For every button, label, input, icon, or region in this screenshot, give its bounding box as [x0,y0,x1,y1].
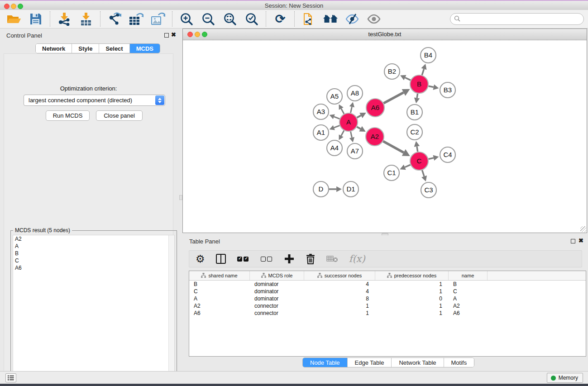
column-header-name[interactable]: name [449,271,488,280]
edge-A-A1[interactable] [334,125,340,128]
node-label-A5: A5 [330,92,339,100]
edge-A-A8[interactable] [350,107,352,113]
zoom-in-icon[interactable] [179,11,194,27]
edge-A-A6[interactable] [357,115,361,118]
table-row[interactable]: A6connector11A6 [189,310,586,317]
run-mcds-button[interactable]: Run MCDS [46,110,90,121]
unselect-all-columns-icon[interactable] [260,252,273,266]
result-list-scrollbar[interactable] [168,235,174,384]
window-resize-grip[interactable] [580,226,586,232]
column-header-successor-nodes[interactable]: successor nodes [304,271,375,280]
table-tab-node-table[interactable]: Node Table [303,358,348,367]
table-row[interactable]: Adominator80A [189,295,586,302]
open-session-icon[interactable] [6,11,22,27]
edge-A-A5[interactable] [341,109,344,114]
control-panel-title: Control Panel [6,32,42,39]
table-row[interactable]: A2connector11A2 [189,302,586,310]
refresh-icon[interactable]: ⟳ [272,11,288,27]
export-network-icon[interactable] [107,11,122,27]
edge-C-C1[interactable] [405,165,410,167]
node-table[interactable]: shared nameMCDS rolesuccessor nodesprede… [189,271,586,357]
edge-B-B2[interactable] [405,77,411,80]
close-table-panel-icon[interactable]: ✖ [578,237,583,244]
table-row[interactable]: Bdominator41B [189,281,586,288]
export-image-icon[interactable] [150,11,166,27]
table-cell: B [449,281,488,288]
float-panel-icon[interactable] [164,33,169,38]
edge-A-A3[interactable] [334,117,340,119]
network-window-title: testGlobe.txt [183,31,587,38]
table-tab-motifs[interactable]: Motifs [444,358,474,367]
edge-B-B1[interactable] [417,94,418,98]
zoom-fit-icon[interactable] [222,11,238,27]
table-tab-edge-table[interactable]: Edge Table [348,358,392,367]
network-window-titlebar[interactable]: testGlobe.txt [183,29,587,40]
edge-C-C2[interactable] [417,146,418,152]
function-builder-icon[interactable]: f(x) [349,252,365,266]
hierarchy-icon [317,273,322,279]
table-tab-network-table[interactable]: Network Table [392,358,444,367]
hide-show-panels-icon[interactable] [344,11,360,27]
mcds-panel: Optimization criterion: largest connecte… [4,53,173,386]
result-list-item[interactable]: A2 [13,235,174,243]
add-column-icon[interactable] [284,252,295,266]
table-cell: A2 [189,302,250,310]
edge-B-B3[interactable] [429,86,434,87]
close-panel-button[interactable]: Close panel [96,110,143,121]
column-header-shared-name[interactable]: shared name [189,271,250,280]
table-cell: C [189,288,250,295]
tab-network[interactable]: Network [36,44,72,53]
delete-column-trash-icon[interactable] [306,252,316,266]
edge-C-C4[interactable] [428,158,433,159]
result-list-item[interactable]: C [13,257,174,264]
delete-table-icon[interactable] [326,252,338,266]
criterion-dropdown[interactable]: largest connected component (directed) [24,95,165,106]
import-network-icon[interactable] [57,11,72,27]
mcds-result-list[interactable]: A2ABCA6 [13,235,175,384]
tab-style[interactable]: Style [72,44,99,53]
edge-C-C3[interactable] [422,170,425,176]
tab-select[interactable]: Select [99,44,129,53]
select-all-columns-icon[interactable] [237,252,249,266]
splitter-grip[interactable] [179,195,182,200]
save-session-icon[interactable] [28,11,43,27]
home-icon[interactable] [323,11,338,27]
task-history-button[interactable] [5,373,16,382]
edge-A6-B[interactable] [384,92,404,103]
import-table-icon[interactable] [78,11,94,27]
table-cell: dominator [250,295,304,302]
search-input[interactable] [450,13,584,25]
show-panel-eye-icon[interactable] [366,11,382,27]
float-table-panel-icon[interactable] [571,239,575,243]
zoom-selected-icon[interactable] [244,11,259,27]
column-header-MCDS-role[interactable]: MCDS role [250,271,304,280]
edge-arrowhead [414,141,420,147]
network-canvas[interactable]: AA1A2A3A4A5A6A7A8BB1B2B3B4CC1C2C3C4DD1 [183,40,587,233]
network-graph[interactable]: AA1A2A3A4A5A6A7A8BB1B2B3B4CC1C2C3C4DD1 [183,40,587,233]
edge-A-A4[interactable] [341,130,344,135]
table-row[interactable]: Cdominator41C [189,288,586,295]
edge-A-A2[interactable] [357,127,360,129]
show-columns-icon[interactable] [216,252,226,266]
close-panel-icon[interactable]: ✖ [171,31,176,38]
result-list-item[interactable]: A6 [13,264,174,272]
table-settings-gear-icon[interactable]: ⚙ [196,252,205,266]
export-table-icon[interactable] [129,11,144,27]
result-list-item[interactable]: B [13,250,174,257]
network-view-window: testGlobe.txt AA1A2A3A4A5A6A7A8BB1B2B3B4… [182,29,587,233]
node-label-C2: C2 [410,128,419,136]
node-label-A3: A3 [317,108,325,115]
memory-label: Memory [559,375,578,381]
node-label-A1: A1 [317,129,325,136]
memory-button[interactable]: Memory [547,373,583,383]
new-network-from-selection-icon[interactable] [301,11,316,27]
zoom-out-icon[interactable] [201,11,216,27]
table-header-row: shared nameMCDS rolesuccessor nodesprede… [189,271,586,281]
table-cell: dominator [250,288,304,295]
edge-A-A7[interactable] [350,132,352,138]
column-header-predecessor-nodes[interactable]: predecessor nodes [375,271,449,280]
tab-mcds[interactable]: MCDS [130,44,160,53]
result-list-item[interactable]: A [13,243,174,250]
edge-B-B4[interactable] [422,69,424,75]
edge-A2-C[interactable] [383,141,403,152]
